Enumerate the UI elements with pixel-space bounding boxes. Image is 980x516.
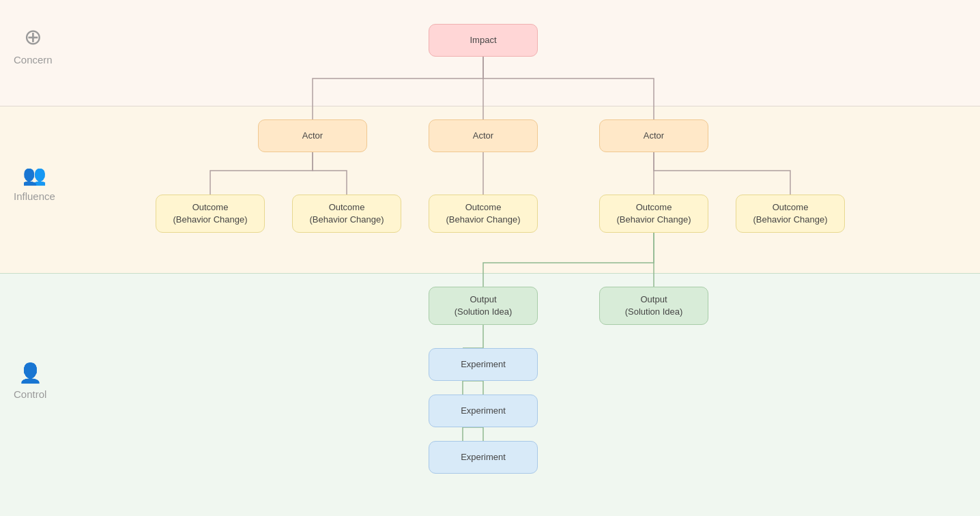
person-icon: 👤 xyxy=(18,362,42,384)
influence-label: Influence xyxy=(14,190,55,202)
outcome-node-5[interactable]: Outcome(Behavior Change) xyxy=(736,195,845,233)
control-label: Control xyxy=(14,388,46,400)
output-node-2[interactable]: Output(Solution Idea) xyxy=(599,287,708,325)
experiment-node-2[interactable]: Experiment xyxy=(429,395,538,427)
connectors-svg xyxy=(89,0,976,516)
outcome-node-3[interactable]: Outcome(Behavior Change) xyxy=(429,195,538,233)
outcome-node-2[interactable]: Outcome(Behavior Change) xyxy=(292,195,401,233)
control-section-label: 👤 Control xyxy=(14,362,46,400)
concern-label: Concern xyxy=(14,54,53,66)
actor-node-3[interactable]: Actor xyxy=(599,119,708,152)
globe-icon: ⊕ xyxy=(24,24,42,50)
concern-section-label: ⊕ Concern xyxy=(14,24,53,66)
actor-node-1[interactable]: Actor xyxy=(258,119,367,152)
outcome-node-1[interactable]: Outcome(Behavior Change) xyxy=(156,195,265,233)
impact-node[interactable]: Impact xyxy=(429,24,538,57)
actor-node-2[interactable]: Actor xyxy=(429,119,538,152)
group-icon: 👥 xyxy=(23,164,46,186)
experiment-node-3[interactable]: Experiment xyxy=(429,441,538,474)
experiment-node-1[interactable]: Experiment xyxy=(429,348,538,381)
diagram-area: Impact Actor Actor Actor Outcome(Behavio… xyxy=(89,0,980,516)
outcome-node-4[interactable]: Outcome(Behavior Change) xyxy=(599,195,708,233)
influence-section-label: 👥 Influence xyxy=(14,164,55,202)
output-node-1[interactable]: Output(Solution Idea) xyxy=(429,287,538,325)
